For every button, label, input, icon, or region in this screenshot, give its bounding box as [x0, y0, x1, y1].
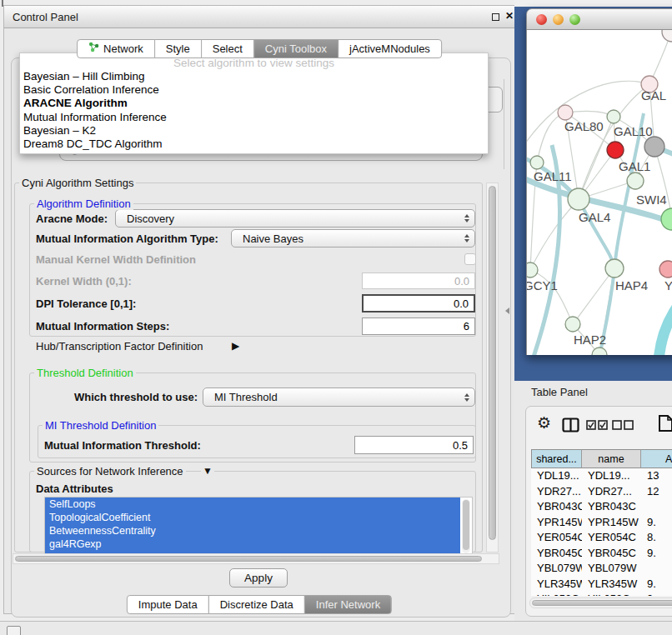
attribute-list-item[interactable]: TopologicalCoefficient: [45, 511, 460, 524]
aracne-mode-combo[interactable]: Discovery: [115, 209, 475, 228]
splitpane-grip-icon[interactable]: [505, 308, 509, 314]
node-label-hap4: HAP4: [615, 278, 648, 292]
network-node-gal80[interactable]: [558, 105, 573, 120]
settings-vscrollbar-thumb[interactable]: [489, 186, 496, 540]
dropdown-item[interactable]: Basic Correlation Inference: [20, 83, 488, 97]
table-row[interactable]: YDR27...YDR27...12: [531, 484, 672, 500]
network-node[interactable]: [607, 142, 624, 158]
dropdown-item[interactable]: Mutual Information Inference: [20, 111, 488, 124]
tab-network[interactable]: Network: [77, 39, 155, 58]
tab-cyni-toolbox[interactable]: Cyni Toolbox: [253, 39, 339, 58]
dpi-tolerance-label: DPI Tolerance [0,1]:: [36, 298, 136, 310]
table-row[interactable]: YER054CYER054C8.: [531, 530, 672, 546]
columns-icon[interactable]: [562, 418, 579, 432]
apply-button[interactable]: Apply: [229, 568, 288, 588]
settings-horizontal-scrollbar[interactable]: [13, 553, 499, 564]
checked-boxes-icon[interactable]: [586, 420, 609, 430]
status-bar-icon[interactable]: [7, 626, 21, 635]
tab-label: Discretize Data: [220, 596, 293, 613]
network-node-hap4[interactable]: [605, 259, 624, 278]
settings-vertical-scrollbar[interactable]: [486, 182, 499, 552]
network-node-gal1[interactable]: [627, 172, 644, 189]
mi-type-combo[interactable]: Naive Bayes: [231, 229, 475, 248]
network-node-gal10[interactable]: [607, 110, 620, 123]
settings-hscrollbar-thumb[interactable]: [15, 556, 482, 562]
table-hscrollbar-thumb[interactable]: [532, 600, 672, 606]
close-panel-icon[interactable]: ✕: [505, 10, 514, 22]
tab-infer-network[interactable]: Infer Network: [304, 595, 392, 614]
list-scrollbar-thumb[interactable]: [463, 500, 469, 550]
table-column-header[interactable]: shared...: [531, 449, 582, 468]
tab-label: jActiveMNodules: [349, 40, 430, 58]
table-row[interactable]: YBR045CYBR045C9.: [531, 546, 672, 562]
table-column-header[interactable]: A: [641, 449, 672, 468]
dropdown-item[interactable]: Bayesian – K2: [20, 124, 488, 138]
hub-definition-label[interactable]: Hub/Transcription Factor Definition: [36, 340, 203, 352]
sources-title[interactable]: Sources for Network Inference: [34, 465, 186, 478]
tab-style[interactable]: Style: [154, 39, 202, 58]
unchecked-boxes-icon[interactable]: [612, 420, 634, 430]
table-cell: YLR345W: [582, 577, 641, 592]
table-row[interactable]: YBL079WYBL079W: [531, 561, 672, 577]
dropdown-item[interactable]: Bayesian – Hill Climbing: [20, 70, 488, 83]
network-canvas[interactable]: GALGAL80GAL10GAL1GAL11SWI4GAL4GCY1HAP4YH…: [526, 30, 672, 355]
table-body: YDL19...YDL19...13YDR27...YDR27...12YBR0…: [531, 468, 672, 596]
kernel-width-field[interactable]: 0.0: [362, 272, 475, 289]
network-node-y[interactable]: [659, 261, 672, 278]
status-bar: [0, 621, 672, 635]
network-node[interactable]: [662, 30, 672, 42]
network-node-gal4[interactable]: [568, 188, 589, 210]
network-node-gcy1[interactable]: [527, 262, 538, 278]
tab-impute-data[interactable]: Impute Data: [127, 595, 209, 614]
list-vertical-scrollbar[interactable]: [462, 499, 470, 553]
table-cell: YIL052C: [582, 592, 641, 596]
expand-right-icon[interactable]: ▶: [232, 340, 239, 352]
attribute-list-item[interactable]: gal4RGexp: [45, 538, 460, 551]
table-cell: YER054C: [531, 530, 582, 546]
close-traffic-light[interactable]: [536, 14, 547, 25]
network-node-hap2[interactable]: [565, 317, 580, 332]
data-attributes-list[interactable]: SelfLoopsTopologicalCoefficientBetweenne…: [44, 497, 473, 556]
dropdown-item[interactable]: ARACNE Algorithm: [20, 97, 488, 110]
dpi-tolerance-field[interactable]: 0.0: [362, 294, 475, 312]
tab-discretize-data[interactable]: Discretize Data: [208, 595, 305, 614]
table-row[interactable]: YBR043CYBR043C: [531, 499, 672, 515]
which-threshold-combo[interactable]: MI Threshold: [203, 388, 475, 407]
tab-jactivemnodules[interactable]: jActiveMNodules: [338, 39, 442, 58]
network-node[interactable]: [661, 208, 672, 230]
mi-steps-field[interactable]: 6: [362, 318, 475, 335]
node-label-gal11: GAL11: [534, 169, 572, 183]
table-cell: 12: [641, 484, 672, 500]
network-node[interactable]: [644, 137, 664, 157]
page-icon[interactable]: [658, 414, 672, 432]
control-panel-titlebar[interactable]: Control Panel ✕: [4, 6, 514, 28]
table-header-row: shared...nameA: [531, 449, 672, 468]
minimize-traffic-light[interactable]: [553, 14, 564, 25]
table-row[interactable]: YIL052CYIL052C9: [531, 592, 672, 596]
zoom-traffic-light[interactable]: [569, 14, 580, 25]
node-label-gal4: GAL4: [579, 210, 610, 224]
table-row[interactable]: YLR345WYLR345W9.: [531, 577, 672, 592]
table-column-header[interactable]: name: [582, 449, 641, 468]
table-row[interactable]: YPR145WYPR145W9.: [531, 515, 672, 531]
tab-select[interactable]: Select: [201, 39, 254, 58]
table-cell: YBR043C: [582, 499, 641, 515]
mi-type-value: Naive Bayes: [243, 232, 303, 245]
gear-icon[interactable]: ⚙: [537, 413, 551, 432]
collapse-down-icon[interactable]: ▼: [201, 465, 214, 477]
network-icon: [88, 40, 99, 58]
dropdown-item[interactable]: Dream8 DC_TDC Algorithm: [20, 138, 488, 151]
inference-groupbox-edge: [504, 79, 504, 169]
float-panel-icon[interactable]: [492, 13, 499, 21]
network-window-titlebar[interactable]: [526, 8, 672, 30]
which-threshold-value: MI Threshold: [214, 391, 278, 403]
mi-threshold-field[interactable]: 0.5: [354, 436, 474, 454]
aracne-mode-value: Discovery: [127, 212, 174, 225]
attribute-list-item[interactable]: SelfLoops: [45, 498, 460, 511]
manual-kernel-checkbox[interactable]: [464, 253, 476, 265]
tab-label: Style: [166, 40, 190, 58]
attribute-list-item[interactable]: BetweennessCentrality: [45, 524, 460, 538]
table-row[interactable]: YDL19...YDL19...13: [531, 468, 672, 484]
table-horizontal-scrollbar[interactable]: [529, 598, 672, 608]
network-node-gal11[interactable]: [530, 156, 544, 169]
